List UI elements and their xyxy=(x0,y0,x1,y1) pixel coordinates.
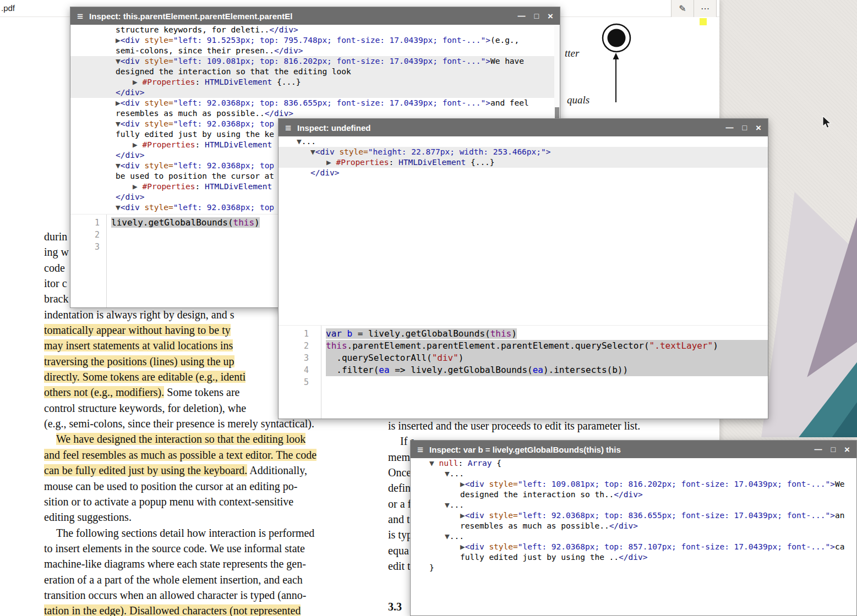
dom-tree-line[interactable]: resembles as much as possible..</div> xyxy=(411,521,856,531)
sequence-flow-arrow xyxy=(610,52,622,106)
minimize-button[interactable]: — xyxy=(815,446,822,453)
pdf-text-line: We have designed the interaction so that… xyxy=(44,431,363,447)
maximize-button[interactable]: □ xyxy=(534,12,539,20)
maximize-button[interactable]: □ xyxy=(743,124,747,131)
window-title: Inspect: var b = lively.getGlobalBounds(… xyxy=(429,445,815,454)
dom-tree-line[interactable]: structure keywords, for deleti..</div> xyxy=(70,25,560,35)
dom-tree-line[interactable]: ▼... xyxy=(411,531,856,542)
close-button[interactable]: × xyxy=(756,123,761,133)
line-number: 1 xyxy=(288,328,309,340)
dom-tree-line[interactable]: designed the interaction so that the edi… xyxy=(70,67,560,77)
bpmn-end-event-circle xyxy=(601,23,632,56)
window-controls: — □ × xyxy=(518,12,553,21)
dom-tree-line[interactable]: </div> xyxy=(279,168,768,178)
dom-tree-line[interactable]: } xyxy=(411,563,856,573)
pdf-text-line: The following sections detail how intera… xyxy=(44,525,363,541)
section-heading: 3.3 xyxy=(388,601,402,613)
code-line[interactable]: var b = lively.getGlobalBounds(this) xyxy=(326,328,768,340)
dom-tree-line[interactable]: ▼ null: Array { xyxy=(411,458,856,469)
window-title: Inspect: this.parentElement.parentElemen… xyxy=(89,12,518,21)
dom-tree-line[interactable]: fully edited just by using the ..</div> xyxy=(411,552,856,563)
yellow-highlight-marker xyxy=(700,18,707,25)
dom-tree-line[interactable]: ▼<div style="height: 22.877px; width: 25… xyxy=(279,147,768,157)
window-titlebar[interactable]: ≡ Inspect: this.parentElement.parentElem… xyxy=(70,7,560,25)
dom-tree: ▼...▼<div style="height: 22.877px; width… xyxy=(279,136,768,178)
dom-tree-line[interactable]: ▶<div style="left: 109.081px; top: 816.2… xyxy=(411,479,856,490)
pdf-text-line: to insert elements in the source code. W… xyxy=(44,541,363,556)
pencil-icon: ✎ xyxy=(679,3,686,14)
dom-tree-line[interactable]: ▼... xyxy=(411,500,856,510)
close-button[interactable]: × xyxy=(548,12,553,21)
menu-icon[interactable]: ≡ xyxy=(417,444,423,455)
line-number: 3 xyxy=(80,241,100,253)
dom-tree-line[interactable]: ▶ #Properties: HTMLDivElement {...} xyxy=(279,157,768,168)
minimize-button[interactable]: — xyxy=(518,12,526,20)
window-controls: — □ × xyxy=(726,123,761,133)
menu-icon[interactable]: ≡ xyxy=(77,11,83,21)
more-options-button[interactable]: ⋯ xyxy=(694,0,717,17)
pdf-text-line: sition or to activate a popup menu with … xyxy=(44,494,363,509)
window-controls: — □ × xyxy=(815,445,850,454)
line-number: 2 xyxy=(288,340,309,352)
code-editor[interactable]: 12345 var b = lively.getGlobalBounds(thi… xyxy=(279,325,768,419)
line-number: 3 xyxy=(288,352,309,364)
mouse-cursor xyxy=(822,116,833,133)
dom-tree-line[interactable]: ▼<div style="left: 109.081px; top: 816.2… xyxy=(70,56,560,67)
pdf-text-line: eration of a a part of the whole element… xyxy=(44,572,363,587)
close-button[interactable]: × xyxy=(844,445,850,454)
diagram-label-tter: tter xyxy=(565,47,579,59)
line-number-gutter: 12345 xyxy=(288,326,321,419)
dom-tree-line[interactable]: ▶<div style="left: 92.0368px; top: 836.6… xyxy=(70,98,560,108)
ellipsis-icon: ⋯ xyxy=(701,3,709,14)
edit-button[interactable]: ✎ xyxy=(672,0,694,17)
dom-tree-line[interactable]: ▶<div style="left: 92.0368px; top: 857.1… xyxy=(411,542,856,552)
line-number: 1 xyxy=(80,217,100,229)
minimize-button[interactable]: — xyxy=(726,124,734,131)
maximize-button[interactable]: □ xyxy=(831,446,836,453)
window-title: Inspect: undefined xyxy=(297,123,726,133)
pdf-text-line: is inserted and the user proceeds to edi… xyxy=(388,418,696,433)
window-titlebar[interactable]: ≡ Inspect: var b = lively.getGlobalBound… xyxy=(411,441,856,458)
pdf-text-line: machine-like diagrams where each state r… xyxy=(44,556,363,571)
dom-tree-line[interactable]: ▶<div style="left: 92.0368px; top: 836.6… xyxy=(411,510,856,521)
dom-tree-line[interactable]: ▶<div style="left: 91.5253px; top: 795.7… xyxy=(70,35,560,46)
line-number: 4 xyxy=(288,364,309,376)
dom-tree-line[interactable]: ▼... xyxy=(411,469,856,479)
line-number: 2 xyxy=(80,229,100,241)
pdf-filename-label: .pdf xyxy=(1,3,15,13)
inspector-window-3: ≡ Inspect: var b = lively.getGlobalBound… xyxy=(410,440,857,616)
pdf-text-line: mouse can be used to position the cursor… xyxy=(44,479,363,494)
code-line[interactable]: .filter(ea => lively.getGlobalBounds(ea)… xyxy=(326,364,768,376)
code-lines[interactable]: var b = lively.getGlobalBounds(this)this… xyxy=(321,326,768,419)
annotation-toolbar: ✎ ⋯ xyxy=(671,0,717,17)
inspector-window-2: ≡ Inspect: undefined — □ × ▼...▼<div sty… xyxy=(278,118,768,419)
pdf-text-line: editing suggestions. xyxy=(44,509,363,525)
window-body: ▼...▼<div style="height: 22.877px; width… xyxy=(279,136,768,419)
dom-tree-line[interactable]: designed the interaction so th..</div> xyxy=(411,490,856,500)
window-titlebar[interactable]: ≡ Inspect: undefined — □ × xyxy=(279,119,768,136)
menu-icon[interactable]: ≡ xyxy=(285,123,291,133)
pdf-text-line: tation in the edge). Disallowed characte… xyxy=(44,603,363,616)
dom-tree-line[interactable]: ▼... xyxy=(279,136,768,147)
abstract-triangles-graphic xyxy=(753,187,857,437)
pdf-text-line: transition occurs when an allowed charac… xyxy=(44,587,363,603)
line-number: 5 xyxy=(288,376,309,388)
code-line[interactable] xyxy=(326,376,768,388)
line-number-gutter: 123 xyxy=(80,215,107,307)
inspection-result-tree: ▼ null: Array {▼...▶<div style="left: 10… xyxy=(411,458,856,573)
dom-tree-line[interactable]: ▶ #Properties: HTMLDivElement {...} xyxy=(70,77,560,87)
window-body: ▼ null: Array {▼...▶<div style="left: 10… xyxy=(411,458,856,615)
code-line[interactable]: .querySelectorAll("div") xyxy=(326,352,768,364)
dom-tree-line[interactable]: resembles as much as possible..</div> xyxy=(70,108,560,119)
pdf-text-line: can be fully edited just by using the ke… xyxy=(44,463,363,478)
diagram-label-quals: quals xyxy=(567,94,589,106)
code-line[interactable]: this.parentElement.parentElement.parentE… xyxy=(326,340,768,352)
dom-tree-line[interactable]: semi-colons, since their presen..</div> xyxy=(70,46,560,56)
dom-tree-line[interactable]: </div> xyxy=(70,87,560,98)
pdf-text-line: and feel resembles as much as possible a… xyxy=(44,447,363,463)
